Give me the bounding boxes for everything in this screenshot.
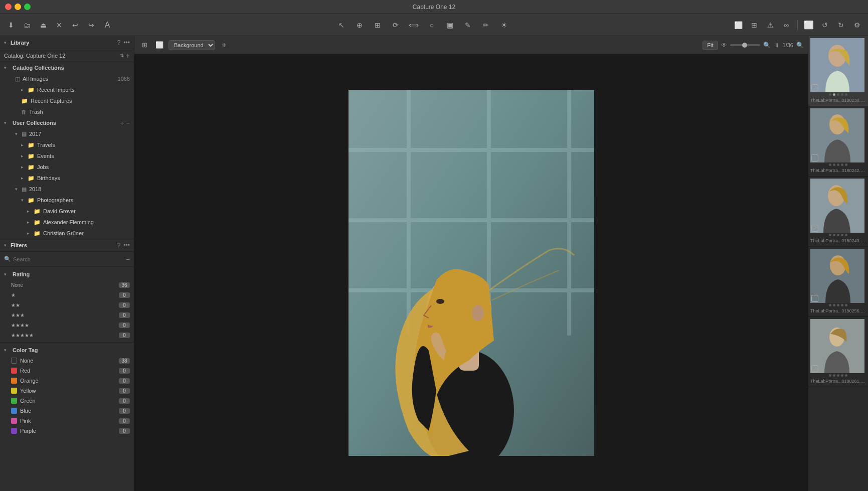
settings-button[interactable]: ⚙	[850, 18, 864, 32]
top-toolbar: ⬇ 🗂 ⏏ ✕ ↩ ↪ A ↖ ⊕ ⊞ ⟳ ⟺ ○ ▣ ✎ ✏ ☀ ⬜ ⊞ ⚠ …	[0, 14, 868, 36]
recent-captures-item[interactable]: 📁 Recent Captures	[0, 95, 134, 106]
filters-help-icon[interactable]: ?	[117, 242, 121, 249]
move-tool[interactable]: ⊕	[353, 18, 367, 32]
image-counter: 1/36	[783, 42, 793, 48]
redo-button[interactable]: ↪	[84, 18, 98, 32]
recent-imports-item[interactable]: 📁 Recent Imports	[0, 84, 134, 95]
circle-tool[interactable]: ○	[425, 18, 439, 32]
open-button[interactable]: 🗂	[20, 18, 34, 32]
jobs-chevron	[21, 165, 26, 170]
catalog-add-icon[interactable]: +	[126, 52, 130, 60]
background-select[interactable]: Background	[168, 40, 215, 50]
filmstrip-item-4[interactable]: TheLabPortra...0180261.NEF	[808, 317, 868, 387]
viewer-button[interactable]: ⬜	[731, 18, 745, 32]
filmstrip-thumb-4	[810, 319, 864, 373]
mask-tool[interactable]: ▣	[443, 18, 457, 32]
import-button[interactable]: ⬇	[4, 18, 18, 32]
birthdays-item[interactable]: 📁 Birthdays	[0, 173, 134, 184]
library-help-icon[interactable]: ?	[117, 39, 121, 46]
cursor-tool[interactable]: ↖	[334, 18, 349, 32]
color-none-count: 38	[119, 358, 130, 364]
travels-item[interactable]: 📁 Travels	[0, 139, 134, 150]
filters-chevron[interactable]	[4, 243, 9, 248]
all-images-item[interactable]: ◫ All Images 1068	[0, 73, 134, 84]
color-purple-label: Purple	[20, 428, 119, 434]
all-images-count: 1068	[118, 76, 130, 82]
color-orange-row[interactable]: Orange 0	[0, 376, 134, 386]
filmstrip-item-0[interactable]: TheLabPortra...0180230.NEF	[808, 36, 868, 106]
browser-button[interactable]: ⊞	[747, 18, 761, 32]
rating-chevron	[4, 272, 9, 277]
year-2018-item[interactable]: ▦ 2018	[0, 184, 134, 195]
export-button[interactable]: ⬜	[802, 18, 816, 32]
rating-none-row[interactable]: None 36	[0, 280, 134, 290]
straighten-tool[interactable]: ⟳	[389, 18, 403, 32]
jobs-icon: 📁	[28, 164, 35, 171]
trash-item[interactable]: 🗑 Trash	[0, 106, 134, 117]
david-grover-item[interactable]: 📁 David Grover	[0, 206, 134, 217]
christian-gruner-item[interactable]: 📁 Christian Grüner	[0, 228, 134, 239]
refresh-left-button[interactable]: ↺	[818, 18, 832, 32]
photographers-chevron	[21, 198, 26, 203]
crop-tool[interactable]: ⊞	[371, 18, 385, 32]
rating-5-row[interactable]: ★★★★★ 0	[0, 330, 134, 340]
color-blue-row[interactable]: Blue 0	[0, 406, 134, 416]
filmstrip-item-3[interactable]: TheLabPortra...0180256.NEF	[808, 247, 868, 317]
filmstrip-item-1[interactable]: TheLabPortra...0180242.NEF	[808, 106, 868, 177]
close-button[interactable]	[5, 4, 12, 10]
spot-tool[interactable]: ☀	[497, 18, 511, 32]
catalog-collections-header[interactable]: Catalog Collections	[0, 62, 134, 73]
stop-button[interactable]: ✕	[52, 18, 66, 32]
brush-tool[interactable]: ✎	[461, 18, 475, 32]
color-yellow-row[interactable]: Yellow 0	[0, 386, 134, 396]
maximize-button[interactable]	[24, 4, 31, 10]
single-view-button[interactable]: ⬜	[153, 39, 165, 51]
travels-chevron	[21, 142, 26, 147]
rating-4-row[interactable]: ★★★★ 0	[0, 320, 134, 330]
pause-button[interactable]: ⏸	[774, 42, 780, 49]
rating-3-row[interactable]: ★★★ 0	[0, 310, 134, 320]
rating-2-row[interactable]: ★★ 0	[0, 300, 134, 310]
loop-button[interactable]: ∞	[779, 18, 793, 32]
warning-button[interactable]: ⚠	[763, 18, 777, 32]
minimize-button[interactable]	[15, 4, 21, 10]
eraser-tool[interactable]: ✏	[479, 18, 493, 32]
photographers-item[interactable]: 📁 Photographers	[0, 195, 134, 206]
rating-1-row[interactable]: ★ 0	[0, 290, 134, 300]
add-collection-button[interactable]: +	[120, 120, 124, 126]
alexander-flemming-item[interactable]: 📁 Alexander Flemming	[0, 217, 134, 228]
filmstrip-item-2[interactable]: TheLabPortra...0180243.NEF	[808, 177, 868, 247]
rating-badge-4	[811, 365, 818, 372]
jobs-item[interactable]: 📁 Jobs	[0, 161, 134, 173]
events-item[interactable]: 📁 Events	[0, 150, 134, 161]
search-clear-button[interactable]: −	[126, 255, 130, 263]
user-collections-header[interactable]: User Collections + −	[0, 117, 134, 128]
dot-0-3	[841, 93, 843, 96]
eject-button[interactable]: ⏏	[36, 18, 50, 32]
undo-button[interactable]: ↩	[68, 18, 82, 32]
color-tag-header[interactable]: Color Tag	[0, 345, 134, 356]
zoom-slider[interactable]	[730, 44, 760, 46]
add-layer-button[interactable]: +	[218, 39, 230, 51]
color-purple-row[interactable]: Purple 0	[0, 426, 134, 436]
remove-collection-button[interactable]: −	[126, 120, 130, 126]
dot-4-2	[837, 374, 839, 377]
refresh-right-button[interactable]: ↻	[834, 18, 848, 32]
keystone-tool[interactable]: ⟺	[407, 18, 421, 32]
rating-header[interactable]: Rating	[0, 269, 134, 280]
filmstrip-thumb-1	[810, 108, 864, 162]
library-chevron[interactable]	[4, 40, 9, 45]
grid-view-button[interactable]: ⊞	[138, 39, 150, 51]
process-button[interactable]: A	[100, 18, 114, 32]
fit-button[interactable]: Fit	[703, 41, 718, 50]
library-more-icon[interactable]: •••	[123, 39, 130, 46]
color-pink-row[interactable]: Pink 0	[0, 416, 134, 426]
color-red-row[interactable]: Red 0	[0, 366, 134, 376]
all-images-icon: ◫	[15, 76, 20, 82]
search-input[interactable]	[13, 256, 124, 262]
filters-more-icon[interactable]: •••	[123, 242, 130, 249]
year-2017-item[interactable]: ▦ 2017	[0, 128, 134, 139]
color-none-row[interactable]: None 38	[0, 356, 134, 366]
image-viewer[interactable]	[134, 54, 808, 491]
color-green-row[interactable]: Green 0	[0, 396, 134, 406]
